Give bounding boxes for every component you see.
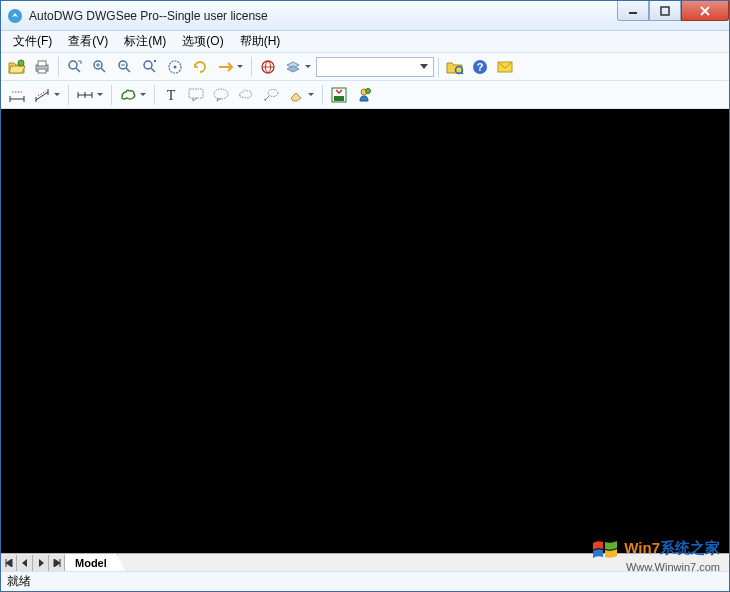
text-tool-icon[interactable]: T (159, 83, 183, 107)
save-markup-icon[interactable] (327, 83, 351, 107)
comment-bubble-icon[interactable] (209, 83, 233, 107)
toolbar-annotate: T (1, 81, 729, 109)
drawing-canvas[interactable] (1, 109, 729, 553)
separator (68, 85, 69, 105)
eraser-icon[interactable] (284, 83, 318, 107)
browse-folder-button[interactable] (443, 55, 467, 79)
revision-cloud-icon[interactable] (116, 83, 150, 107)
window-title: AutoDWG DWGSee Pro--Single user license (29, 9, 268, 23)
forward-button[interactable] (213, 55, 247, 79)
zoom-window-button[interactable] (63, 55, 87, 79)
separator (154, 85, 155, 105)
minimize-button[interactable] (617, 1, 649, 21)
comment-rect-icon[interactable] (184, 83, 208, 107)
menu-file[interactable]: 文件(F) (5, 31, 60, 52)
svg-rect-5 (38, 61, 46, 66)
zoom-extents-button[interactable] (138, 55, 162, 79)
svg-line-22 (461, 72, 463, 74)
menu-options[interactable]: 选项(O) (174, 31, 231, 52)
svg-rect-6 (38, 69, 46, 73)
tab-next-button[interactable] (33, 555, 49, 571)
tab-last-button[interactable] (49, 555, 65, 571)
svg-rect-31 (189, 89, 203, 98)
window-controls (617, 1, 729, 21)
menubar: 文件(F) 查看(V) 标注(M) 选项(O) 帮助(H) (1, 31, 729, 53)
svg-point-37 (366, 88, 371, 93)
svg-point-19 (174, 65, 177, 68)
svg-line-28 (38, 91, 46, 96)
chevron-down-icon (417, 60, 431, 74)
leader-icon[interactable] (259, 83, 283, 107)
tab-model[interactable]: Model (65, 554, 118, 571)
titlebar: AutoDWG DWGSee Pro--Single user license (1, 1, 729, 31)
layers-button[interactable] (281, 55, 315, 79)
svg-text:T: T (167, 88, 176, 102)
svg-point-33 (268, 89, 278, 96)
separator (322, 85, 323, 105)
dimension-linear-icon[interactable] (5, 83, 29, 107)
tab-strip: Model (1, 553, 729, 571)
zoom-in-button[interactable] (88, 55, 112, 79)
separator (251, 57, 252, 77)
svg-line-17 (151, 68, 155, 72)
mail-button[interactable] (493, 55, 517, 79)
separator (58, 57, 59, 77)
rotate-button[interactable] (188, 55, 212, 79)
status-text: 就绪 (7, 573, 31, 590)
svg-point-32 (214, 89, 228, 99)
separator (438, 57, 439, 77)
dimension-continue-icon[interactable] (73, 83, 107, 107)
svg-line-12 (101, 68, 105, 72)
menu-view[interactable]: 查看(V) (60, 31, 116, 52)
tab-prev-button[interactable] (17, 555, 33, 571)
menu-annotate[interactable]: 标注(M) (116, 31, 174, 52)
separator (111, 85, 112, 105)
app-icon (7, 8, 23, 24)
svg-point-7 (69, 61, 77, 69)
toolbar-main: ? (1, 53, 729, 81)
statusbar: 就绪 (1, 571, 729, 591)
app-window: AutoDWG DWGSee Pro--Single user license … (0, 0, 730, 592)
pan-button[interactable] (163, 55, 187, 79)
redline-person-icon[interactable] (352, 83, 376, 107)
zoom-out-button[interactable] (113, 55, 137, 79)
svg-rect-35 (334, 96, 344, 101)
svg-text:?: ? (477, 61, 484, 73)
svg-line-8 (76, 68, 80, 72)
open-button[interactable] (5, 55, 29, 79)
svg-point-3 (18, 60, 24, 66)
world-button[interactable] (256, 55, 280, 79)
tab-first-button[interactable] (1, 555, 17, 571)
print-button[interactable] (30, 55, 54, 79)
menu-help[interactable]: 帮助(H) (232, 31, 289, 52)
tab-model-label: Model (75, 557, 107, 569)
help-button[interactable]: ? (468, 55, 492, 79)
close-button[interactable] (681, 1, 729, 21)
comment-cloud-icon[interactable] (234, 83, 258, 107)
svg-point-16 (144, 61, 152, 69)
svg-line-15 (126, 68, 130, 72)
maximize-button[interactable] (649, 1, 681, 21)
dimension-aligned-icon[interactable] (30, 83, 64, 107)
svg-rect-2 (661, 7, 669, 15)
layer-combo[interactable] (316, 57, 434, 77)
